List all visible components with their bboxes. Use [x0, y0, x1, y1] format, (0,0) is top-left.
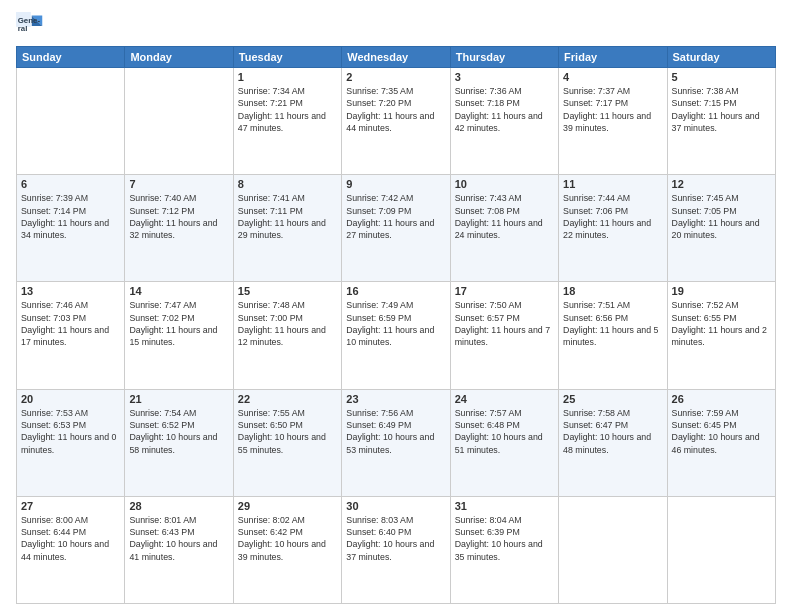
calendar-cell: 22Sunrise: 7:55 AM Sunset: 6:50 PM Dayli… — [233, 389, 341, 496]
day-header-friday: Friday — [559, 47, 667, 68]
week-row-3: 13Sunrise: 7:46 AM Sunset: 7:03 PM Dayli… — [17, 282, 776, 389]
day-info: Sunrise: 7:39 AM Sunset: 7:14 PM Dayligh… — [21, 192, 120, 241]
calendar-cell: 23Sunrise: 7:56 AM Sunset: 6:49 PM Dayli… — [342, 389, 450, 496]
day-info: Sunrise: 7:58 AM Sunset: 6:47 PM Dayligh… — [563, 407, 662, 456]
svg-text:ral: ral — [18, 24, 28, 33]
day-info: Sunrise: 7:38 AM Sunset: 7:15 PM Dayligh… — [672, 85, 771, 134]
day-number: 14 — [129, 285, 228, 297]
day-number: 9 — [346, 178, 445, 190]
calendar-cell: 6Sunrise: 7:39 AM Sunset: 7:14 PM Daylig… — [17, 175, 125, 282]
calendar-cell: 7Sunrise: 7:40 AM Sunset: 7:12 PM Daylig… — [125, 175, 233, 282]
day-number: 4 — [563, 71, 662, 83]
day-number: 27 — [21, 500, 120, 512]
day-info: Sunrise: 7:56 AM Sunset: 6:49 PM Dayligh… — [346, 407, 445, 456]
day-info: Sunrise: 7:59 AM Sunset: 6:45 PM Dayligh… — [672, 407, 771, 456]
day-info: Sunrise: 7:37 AM Sunset: 7:17 PM Dayligh… — [563, 85, 662, 134]
day-number: 5 — [672, 71, 771, 83]
day-info: Sunrise: 8:02 AM Sunset: 6:42 PM Dayligh… — [238, 514, 337, 563]
calendar-cell: 29Sunrise: 8:02 AM Sunset: 6:42 PM Dayli… — [233, 496, 341, 603]
svg-text:Gene-: Gene- — [18, 16, 41, 25]
day-number: 26 — [672, 393, 771, 405]
calendar-cell: 5Sunrise: 7:38 AM Sunset: 7:15 PM Daylig… — [667, 68, 775, 175]
day-header-sunday: Sunday — [17, 47, 125, 68]
day-info: Sunrise: 7:57 AM Sunset: 6:48 PM Dayligh… — [455, 407, 554, 456]
day-number: 17 — [455, 285, 554, 297]
calendar-cell: 3Sunrise: 7:36 AM Sunset: 7:18 PM Daylig… — [450, 68, 558, 175]
day-info: Sunrise: 7:34 AM Sunset: 7:21 PM Dayligh… — [238, 85, 337, 134]
day-info: Sunrise: 7:52 AM Sunset: 6:55 PM Dayligh… — [672, 299, 771, 348]
day-header-saturday: Saturday — [667, 47, 775, 68]
day-info: Sunrise: 7:45 AM Sunset: 7:05 PM Dayligh… — [672, 192, 771, 241]
day-number: 29 — [238, 500, 337, 512]
day-number: 8 — [238, 178, 337, 190]
calendar-table: SundayMondayTuesdayWednesdayThursdayFrid… — [16, 46, 776, 604]
calendar-cell: 19Sunrise: 7:52 AM Sunset: 6:55 PM Dayli… — [667, 282, 775, 389]
day-info: Sunrise: 7:46 AM Sunset: 7:03 PM Dayligh… — [21, 299, 120, 348]
day-number: 10 — [455, 178, 554, 190]
day-info: Sunrise: 7:40 AM Sunset: 7:12 PM Dayligh… — [129, 192, 228, 241]
calendar-cell: 30Sunrise: 8:03 AM Sunset: 6:40 PM Dayli… — [342, 496, 450, 603]
day-number: 21 — [129, 393, 228, 405]
day-number: 25 — [563, 393, 662, 405]
day-info: Sunrise: 8:04 AM Sunset: 6:39 PM Dayligh… — [455, 514, 554, 563]
day-info: Sunrise: 7:51 AM Sunset: 6:56 PM Dayligh… — [563, 299, 662, 348]
calendar-cell: 12Sunrise: 7:45 AM Sunset: 7:05 PM Dayli… — [667, 175, 775, 282]
page: Gene- ral SundayMondayTuesdayWednesdayTh… — [0, 0, 792, 612]
calendar-cell — [559, 496, 667, 603]
day-number: 12 — [672, 178, 771, 190]
calendar-cell: 17Sunrise: 7:50 AM Sunset: 6:57 PM Dayli… — [450, 282, 558, 389]
logo-icon: Gene- ral — [16, 12, 44, 40]
calendar-cell: 11Sunrise: 7:44 AM Sunset: 7:06 PM Dayli… — [559, 175, 667, 282]
day-info: Sunrise: 7:41 AM Sunset: 7:11 PM Dayligh… — [238, 192, 337, 241]
calendar-cell — [667, 496, 775, 603]
day-info: Sunrise: 8:01 AM Sunset: 6:43 PM Dayligh… — [129, 514, 228, 563]
day-number: 15 — [238, 285, 337, 297]
day-info: Sunrise: 7:47 AM Sunset: 7:02 PM Dayligh… — [129, 299, 228, 348]
calendar-cell: 21Sunrise: 7:54 AM Sunset: 6:52 PM Dayli… — [125, 389, 233, 496]
day-header-thursday: Thursday — [450, 47, 558, 68]
day-info: Sunrise: 7:53 AM Sunset: 6:53 PM Dayligh… — [21, 407, 120, 456]
day-info: Sunrise: 7:36 AM Sunset: 7:18 PM Dayligh… — [455, 85, 554, 134]
day-info: Sunrise: 8:00 AM Sunset: 6:44 PM Dayligh… — [21, 514, 120, 563]
calendar-cell: 28Sunrise: 8:01 AM Sunset: 6:43 PM Dayli… — [125, 496, 233, 603]
calendar-cell: 24Sunrise: 7:57 AM Sunset: 6:48 PM Dayli… — [450, 389, 558, 496]
day-number: 1 — [238, 71, 337, 83]
day-info: Sunrise: 7:44 AM Sunset: 7:06 PM Dayligh… — [563, 192, 662, 241]
logo: Gene- ral — [16, 12, 48, 40]
calendar-cell: 16Sunrise: 7:49 AM Sunset: 6:59 PM Dayli… — [342, 282, 450, 389]
week-row-5: 27Sunrise: 8:00 AM Sunset: 6:44 PM Dayli… — [17, 496, 776, 603]
day-info: Sunrise: 7:49 AM Sunset: 6:59 PM Dayligh… — [346, 299, 445, 348]
day-info: Sunrise: 7:42 AM Sunset: 7:09 PM Dayligh… — [346, 192, 445, 241]
day-number: 7 — [129, 178, 228, 190]
day-header-wednesday: Wednesday — [342, 47, 450, 68]
day-number: 19 — [672, 285, 771, 297]
calendar-cell: 15Sunrise: 7:48 AM Sunset: 7:00 PM Dayli… — [233, 282, 341, 389]
day-number: 16 — [346, 285, 445, 297]
day-number: 24 — [455, 393, 554, 405]
day-info: Sunrise: 7:43 AM Sunset: 7:08 PM Dayligh… — [455, 192, 554, 241]
calendar-body: 1Sunrise: 7:34 AM Sunset: 7:21 PM Daylig… — [17, 68, 776, 604]
day-number: 30 — [346, 500, 445, 512]
day-info: Sunrise: 7:48 AM Sunset: 7:00 PM Dayligh… — [238, 299, 337, 348]
day-info: Sunrise: 7:55 AM Sunset: 6:50 PM Dayligh… — [238, 407, 337, 456]
day-number: 22 — [238, 393, 337, 405]
calendar-cell: 18Sunrise: 7:51 AM Sunset: 6:56 PM Dayli… — [559, 282, 667, 389]
calendar-cell: 27Sunrise: 8:00 AM Sunset: 6:44 PM Dayli… — [17, 496, 125, 603]
calendar-cell — [125, 68, 233, 175]
day-number: 11 — [563, 178, 662, 190]
calendar-cell: 31Sunrise: 8:04 AM Sunset: 6:39 PM Dayli… — [450, 496, 558, 603]
day-number: 28 — [129, 500, 228, 512]
calendar-cell: 8Sunrise: 7:41 AM Sunset: 7:11 PM Daylig… — [233, 175, 341, 282]
day-number: 23 — [346, 393, 445, 405]
day-header-monday: Monday — [125, 47, 233, 68]
day-number: 13 — [21, 285, 120, 297]
calendar-cell: 14Sunrise: 7:47 AM Sunset: 7:02 PM Dayli… — [125, 282, 233, 389]
day-info: Sunrise: 7:54 AM Sunset: 6:52 PM Dayligh… — [129, 407, 228, 456]
calendar-cell — [17, 68, 125, 175]
day-number: 6 — [21, 178, 120, 190]
day-number: 3 — [455, 71, 554, 83]
header-row: SundayMondayTuesdayWednesdayThursdayFrid… — [17, 47, 776, 68]
day-info: Sunrise: 7:35 AM Sunset: 7:20 PM Dayligh… — [346, 85, 445, 134]
calendar-cell: 9Sunrise: 7:42 AM Sunset: 7:09 PM Daylig… — [342, 175, 450, 282]
calendar-cell: 2Sunrise: 7:35 AM Sunset: 7:20 PM Daylig… — [342, 68, 450, 175]
